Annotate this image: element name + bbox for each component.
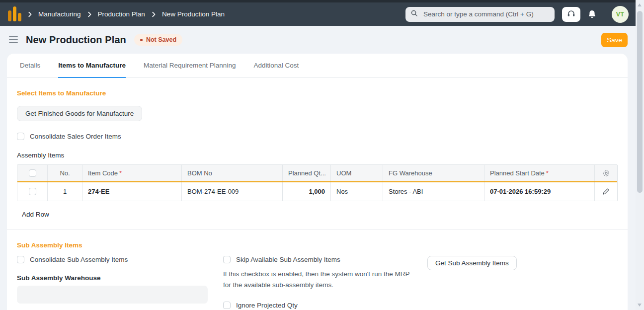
col-header-uom: UOM: [331, 165, 383, 181]
breadcrumb: Manufacturing Production Plan New Produc…: [8, 6, 225, 23]
sub-assembly-right-column: Get Sub Assembly Items: [427, 256, 517, 310]
scrollbar-thumb[interactable]: [637, 11, 643, 193]
checkbox-icon[interactable]: [17, 133, 24, 140]
assembly-items-grid: No. Item Code* BOM No Planned Qt... UOM …: [17, 164, 618, 201]
page-title: New Production Plan: [26, 34, 126, 46]
sub-assembly-middle-column: Skip Available Sub Assembly Items If thi…: [223, 256, 412, 310]
sub-assembly-warehouse-input[interactable]: [17, 286, 208, 304]
checkbox-label: Ignore Projected Qty: [236, 302, 298, 309]
tab-details[interactable]: Details: [20, 54, 40, 78]
section-heading-sub-assembly: Sub Assembly Items: [17, 241, 618, 249]
checkbox-label: Consolidate Sales Order Items: [30, 133, 121, 140]
tab-additional-cost[interactable]: Additional Cost: [253, 54, 299, 78]
navbar-divider: [604, 8, 604, 21]
get-finished-goods-button[interactable]: Get Finished Goods for Manufacture: [17, 106, 142, 121]
breadcrumb-manufacturing[interactable]: Manufacturing: [38, 10, 81, 18]
consolidate-sales-order-items-checkbox[interactable]: Consolidate Sales Order Items: [17, 133, 618, 140]
sidebar-toggle-icon[interactable]: [8, 34, 19, 45]
planned-qty-cell[interactable]: 1,000: [283, 182, 331, 201]
section-heading-select-items: Select Items to Manufacture: [17, 89, 618, 97]
chevron-right-icon: [86, 11, 93, 18]
uom-cell[interactable]: Nos: [331, 182, 383, 201]
edit-row-pencil-icon[interactable]: [602, 188, 610, 195]
search-icon: [410, 9, 418, 19]
form-tabs: Details Items to Manufacture Material Re…: [7, 54, 628, 78]
status-badge: Not Saved: [134, 34, 182, 46]
col-header-no: No.: [48, 165, 82, 181]
checkbox-label: Consolidate Sub Assembly Items: [30, 256, 128, 263]
select-all-cell: [17, 165, 48, 181]
chevron-right-icon: [26, 11, 33, 18]
row-checkbox[interactable]: [29, 188, 36, 195]
planned-start-date-cell[interactable]: 07-01-2026 16:59:29: [484, 182, 595, 201]
checkbox-label: Skip Available Sub Assembly Items: [236, 256, 340, 263]
status-dot-icon: [140, 39, 143, 41]
support-headset-button[interactable]: [562, 7, 580, 22]
status-badge-label: Not Saved: [146, 36, 176, 43]
skip-available-help-text: If this checkbox is enabled, then the sy…: [223, 269, 411, 291]
fg-warehouse-cell[interactable]: Stores - ABI: [383, 182, 484, 201]
add-row-button[interactable]: Add Row: [17, 208, 54, 221]
tab-content: Select Items to Manufacture Get Finished…: [7, 89, 628, 310]
col-header-fg-warehouse: FG Warehouse: [383, 165, 484, 181]
sub-assembly-warehouse-label: Sub Assembly Warehouse: [17, 274, 208, 282]
section-divider: [7, 230, 628, 230]
user-avatar[interactable]: VT: [612, 6, 629, 23]
grid-header-row: No. Item Code* BOM No Planned Qt... UOM …: [17, 165, 617, 182]
row-select-cell: [17, 182, 48, 201]
chevron-right-icon: [150, 11, 157, 18]
item-code-cell[interactable]: 274-EE: [82, 182, 182, 201]
table-row: 1 274-EE BOM-274-EE-009 1,000 Nos Stores…: [17, 182, 617, 201]
col-header-planned-start-date: Planned Start Date*: [484, 165, 595, 181]
bom-no-cell[interactable]: BOM-274-EE-009: [182, 182, 283, 201]
checkbox-icon[interactable]: [223, 256, 231, 263]
grid-settings-gear-icon[interactable]: [602, 169, 610, 177]
warehouse-help-text: When a parent warehouse is chosen, the s…: [17, 308, 208, 310]
app-logo-icon[interactable]: [8, 6, 21, 23]
get-sub-assembly-items-button[interactable]: Get Sub Assembly Items: [427, 256, 517, 270]
scroll-down-icon[interactable]: [638, 304, 642, 307]
navbar-actions: VT: [405, 6, 629, 23]
col-header-item-code: Item Code*: [82, 165, 182, 181]
headset-icon: [567, 10, 575, 19]
col-header-planned-qty: Planned Qt...: [283, 165, 331, 181]
breadcrumb-production-plan[interactable]: Production Plan: [98, 10, 145, 18]
skip-available-sub-assembly-checkbox[interactable]: Skip Available Sub Assembly Items: [223, 256, 412, 263]
save-button[interactable]: Save: [601, 33, 628, 47]
col-header-bom-no: BOM No: [182, 165, 283, 181]
top-navbar: Manufacturing Production Plan New Produc…: [0, 0, 636, 26]
assembly-items-label: Assembly Items: [17, 152, 618, 159]
ignore-projected-qty-checkbox[interactable]: Ignore Projected Qty: [223, 302, 412, 309]
row-number-cell[interactable]: 1: [48, 182, 82, 201]
vertical-scrollbar[interactable]: [636, 0, 644, 310]
row-edit-cell: [595, 182, 617, 201]
tab-material-requirement-planning[interactable]: Material Requirement Planning: [144, 54, 236, 78]
form-card: Details Items to Manufacture Material Re…: [7, 54, 628, 310]
select-all-checkbox[interactable]: [29, 169, 36, 177]
checkbox-icon[interactable]: [17, 256, 24, 263]
breadcrumb-new-production-plan[interactable]: New Production Plan: [162, 10, 225, 18]
sub-assembly-left-column: Consolidate Sub Assembly Items Sub Assem…: [17, 256, 208, 310]
checkbox-icon[interactable]: [223, 302, 231, 309]
scroll-up-icon[interactable]: [638, 3, 642, 6]
app-window: Manufacturing Production Plan New Produc…: [0, 0, 644, 310]
tab-items-to-manufacture[interactable]: Items to Manufacture: [58, 54, 126, 78]
grid-settings-cell: [595, 165, 617, 181]
consolidate-sub-assembly-checkbox[interactable]: Consolidate Sub Assembly Items: [17, 256, 208, 263]
search-input[interactable]: [422, 10, 550, 18]
sub-assembly-section: Consolidate Sub Assembly Items Sub Assem…: [17, 256, 618, 310]
page-header: New Production Plan Not Saved Save: [0, 26, 636, 54]
global-search[interactable]: [405, 7, 555, 22]
notifications-bell-icon[interactable]: [588, 10, 596, 19]
